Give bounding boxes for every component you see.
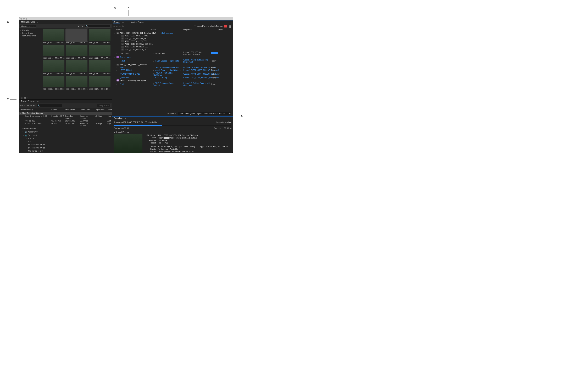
media-clip-thumbnail[interactable]: A004_C01...00:00:02:06 [66,76,87,90]
thumb-view-icon[interactable]: ▦ [24,97,26,99]
media-clip-thumbnail[interactable]: A002_C00...00:00:03:04 [89,29,111,44]
preset-category[interactable]: ›DNxHR MXF OP1a [19,146,112,149]
preset-search-input[interactable]: 🔍 [37,104,62,107]
panel-menu-icon[interactable]: ≡ [37,100,38,103]
chevron-down-icon[interactable]: ⌄ [153,82,154,84]
col-frame-rate[interactable]: Frame Rate [80,109,95,111]
traffic-light-minimize[interactable] [23,18,25,20]
ingest-icon[interactable]: ↻ [81,25,84,27]
chevron-down-icon[interactable]: ⌄ [153,72,154,74]
chevron-down-icon[interactable]: ⌄ [116,73,119,75]
apply-preset-button[interactable]: Apply Preset [97,104,111,107]
queue-output-row[interactable]: ⌄QuickTime⌄ NTSC DV 24p⌄/Users/...002_C0… [112,76,233,79]
audio-only-group[interactable]: ›🔊 Audio Only [19,130,112,133]
queue-item-a002[interactable]: ⌄▭A002_C086_09220G_001.mov [112,63,233,66]
media-clip-thumbnail[interactable]: A003_C09...00:00:06:08 [89,60,111,75]
user-presets-group[interactable]: ⌄User Presets & Groups [19,112,112,115]
list-view-icon[interactable]: ☰ [21,97,23,99]
export-preset-icon[interactable]: ⇤ [33,104,35,107]
preset-row[interactable]: Copy & transcode to H.264Ingest (H.264)B… [19,115,112,119]
remove-icon[interactable]: − [119,25,121,28]
media-search-input[interactable]: 🔍 [85,25,111,28]
queue-output-row[interactable]: ⌄Ingest⌄ Copy & transcode to H.264⌄/Volu… [112,66,233,69]
media-clip-thumbnail[interactable]: A005_C02...00:00:13:14 [89,76,111,90]
panel-menu-icon[interactable]: ≡ [122,21,124,24]
preset-category[interactable]: ›AS-11 [19,140,112,143]
watch-folders-tab[interactable]: Watch Folders [131,21,144,24]
chevron-down-icon[interactable]: ⌄ [179,69,182,71]
col-format[interactable]: Format [51,109,65,111]
media-browser-tab[interactable]: Media Browser [21,21,35,24]
media-clip-thumbnail[interactable]: A001_C03...00:00:02:08 [43,29,64,44]
chevron-down-icon[interactable]: ⌄ [116,60,119,62]
col-comment[interactable]: Comm [107,109,112,111]
queue-source-clip[interactable]: ▭A002_C018_0922BW_001 [112,45,233,48]
queue-source-clip[interactable]: ▭A002_C052_0922T7_001 [112,48,233,51]
pause-queue-button[interactable]: ❚❚ [228,25,232,28]
queue-output-row[interactable]: ⌄HEVC (H.265)⌄ Match Source - High Bitra… [112,69,233,71]
queue-source-clip[interactable]: ▭A001_C064_09224Y_001 [112,37,233,40]
chevron-down-icon[interactable]: ⌄ [153,52,154,54]
queue-item-stitched[interactable]: ⌄▣A001_C037_0921FG_001 (Stitched Clip) H… [112,32,233,34]
chevron-down-icon[interactable]: ⌄ [116,52,119,54]
preset-settings-icon[interactable]: ▭ [27,104,29,107]
media-clip-thumbnail[interactable]: A002_C01...00:00:08:13 [43,45,64,59]
queue-item-going-home[interactable]: ⌄PrGoing Home [112,56,233,58]
preset-category[interactable]: ›H.264 [19,152,112,153]
queue-output-row[interactable]: ⌄H.264⌄ Match Source - High bitrate/User… [112,58,233,63]
queue-output-row[interactable]: ⌄PNG⌄ PNG Sequence (Match Source)/Users/… [112,82,233,87]
filter-icon[interactable]: ▾ [77,25,80,27]
media-clip-thumbnail[interactable]: A002_C08...00:00:04:04 [43,60,64,75]
chevron-down-icon[interactable]: ⌄ [153,69,154,71]
col-frame-size[interactable]: Frame Size [65,109,80,111]
preset-row[interactable]: Publish to YouTubeH.2641920x1080Based on… [19,122,112,127]
col-target-rate[interactable]: Target Rate [95,109,107,111]
system-presets-group[interactable]: ⌄System Presets [19,127,112,130]
preset-category[interactable]: ›AS-10 [19,137,112,140]
tree-favorites[interactable]: ⌄Favorites [19,29,41,32]
media-clip-thumbnail[interactable]: A001_C06...00:00:01:18 [66,29,87,44]
stop-queue-button[interactable] [224,25,227,28]
media-clip-thumbnail[interactable]: A003_C02...00:00:06:18 [66,60,87,75]
traffic-light-zoom[interactable] [26,18,27,20]
chevron-down-icon[interactable]: ⌄ [116,69,119,71]
panel-menu-icon[interactable]: ≡ [125,117,126,119]
folder-path-dropdown[interactable]: Guatemala... ⌄ [20,25,36,28]
broadcast-group[interactable]: ⌄📺 Broadcast [19,133,112,137]
chevron-down-icon[interactable]: ⌄ [116,83,119,85]
media-clip-thumbnail[interactable]: A004_C00...00:00:03:02 [43,76,64,90]
media-clip-thumbnail[interactable]: A002_C01...00:00:03:02 [66,45,87,59]
queue-item-ae[interactable]: ⌄AeAE CC 2017 comp with alpha [112,79,233,82]
media-clip-thumbnail[interactable]: A002_C05...00:00:03:04 [89,45,111,59]
chevron-down-icon[interactable]: ⌄ [179,77,182,79]
back-button[interactable]: ← [37,25,40,27]
preset-category[interactable]: ›GoPro CineForm [19,149,112,152]
new-preset-icon[interactable]: +▾ [20,104,23,107]
import-preset-icon[interactable]: ⇥ [30,104,32,107]
chevron-down-icon[interactable]: ⌄ [153,60,154,62]
forward-button[interactable]: → [41,25,44,27]
col-preset-name[interactable]: Preset Name ↑ [21,109,51,111]
chevron-down-icon[interactable]: ⌄ [153,66,154,68]
preset-category[interactable]: ›DNxHD MXF OP1a [19,143,112,146]
queue-source-clip[interactable]: ▭A002_C018_0922BW_001_001 [112,43,233,45]
queue-output-row[interactable]: ⌄JPEG 2000 MXF OP1a⌄ RGBA 4:4:4:4 12-bit… [112,71,233,76]
traffic-light-close[interactable] [21,18,22,20]
output-preview-toggle[interactable]: ⌄Output Preview [114,131,231,133]
hide-sources-link[interactable]: Hide 6 sources [160,32,173,34]
queue-source-clip[interactable]: ▭A001_C037_0921FG_001 [112,34,233,37]
zoom-slider[interactable] [30,98,110,98]
encoding-tab[interactable]: Encoding [113,117,123,120]
chevron-down-icon[interactable]: ⌄ [179,66,182,68]
queue-tab[interactable]: Queue [113,21,119,24]
delete-preset-icon[interactable]: − [24,104,25,107]
panel-menu-icon[interactable]: ≡ [37,21,38,23]
auto-encode-checkbox[interactable]: ✓ Auto-Encode Watch Folders [194,25,223,28]
renderer-dropdown[interactable]: Mercury Playback Engine GPU Acceleration… [178,112,231,115]
chevron-down-icon[interactable]: ⌄ [153,77,154,79]
duplicate-icon[interactable]: ⧉ [122,25,124,28]
tree-local-drives[interactable]: ›Local Drives [19,32,41,34]
preset-browser-tab[interactable]: Preset Browser [21,100,36,103]
chevron-down-icon[interactable]: ⌄ [179,73,182,75]
tree-network-drives[interactable]: ›Network Drives [19,34,41,37]
